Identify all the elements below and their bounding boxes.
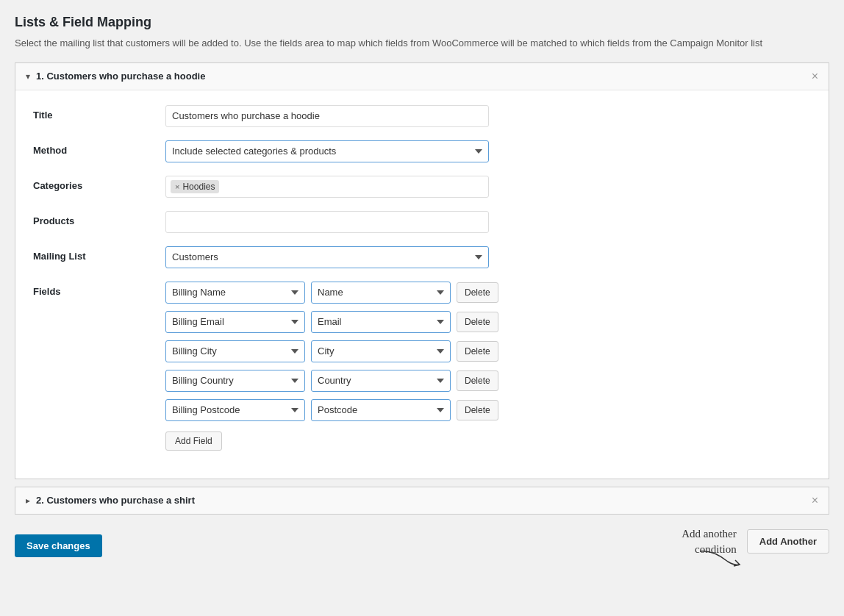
field-delete-button-4[interactable]: Delete (457, 370, 498, 391)
field-left-select-2[interactable]: Billing Email Billing Name Billing City … (165, 311, 305, 333)
title-label: Title (33, 105, 165, 121)
field-left-select-1[interactable]: Billing Name Billing Email Billing City … (165, 282, 305, 304)
fields-row: Fields Billing Name Billing Email Billin… (33, 282, 811, 451)
field-row-2: Billing Email Billing Name Billing City … (165, 311, 811, 333)
field-left-select-5[interactable]: Billing Postcode Billing Name Billing Em… (165, 399, 305, 421)
fields-label: Fields (33, 282, 165, 297)
condition-1-title: 1. Customers who purchase a hoodie (36, 71, 812, 82)
field-row-4: Billing Country Billing Name Billing Ema… (165, 370, 811, 392)
category-tag-label: Hoodies (182, 182, 215, 192)
products-field-wrap (165, 211, 811, 233)
categories-tag-input[interactable]: × Hoodies (165, 176, 489, 198)
condition-2-block: ▸ 2. Customers who purchase a shirt × (15, 487, 829, 515)
title-row: Title (33, 105, 811, 127)
field-right-select-2[interactable]: Email Name City Country Postcode (311, 311, 451, 333)
categories-label: Categories (33, 176, 165, 191)
toggle-collapse-icon: ▸ (26, 495, 30, 506)
condition-2-remove-button[interactable]: × (812, 495, 818, 506)
field-delete-button-5[interactable]: Delete (457, 400, 498, 420)
field-right-select-5[interactable]: Postcode Name Email City Country (311, 399, 451, 421)
method-field-wrap: Include selected categories & products E… (165, 140, 811, 162)
fields-mapping-wrap: Billing Name Billing Email Billing City … (165, 282, 811, 451)
condition-1-remove-button[interactable]: × (812, 71, 818, 82)
add-another-wrap: Add anothercondition Add Another (682, 526, 829, 557)
page-description: Select the mailing list that customers w… (15, 36, 829, 51)
field-right-select-4[interactable]: Country Name Email City Postcode (311, 370, 451, 392)
method-row: Method Include selected categories & pro… (33, 140, 811, 162)
condition-1-body: Title Method Include selected categories… (15, 90, 829, 479)
categories-field-wrap: × Hoodies (165, 176, 811, 198)
mailing-list-select[interactable]: Customers Subscribers VIP (165, 246, 489, 268)
products-input[interactable] (165, 211, 489, 233)
method-label: Method (33, 140, 165, 156)
title-input[interactable] (165, 105, 489, 127)
field-delete-button-2[interactable]: Delete (457, 312, 498, 332)
bottom-area: Save changes Add anothercondition Add An… (15, 526, 829, 557)
mailing-list-field-wrap: Customers Subscribers VIP (165, 246, 811, 268)
arrow-icon (698, 548, 743, 569)
field-left-select-3[interactable]: Billing City Billing Name Billing Email … (165, 340, 305, 362)
field-right-select-3[interactable]: City Name Email Country Postcode (311, 340, 451, 362)
mailing-list-label: Mailing List (33, 246, 165, 262)
category-tag-hoodies: × Hoodies (171, 180, 219, 193)
condition-2-title: 2. Customers who purchase a shirt (36, 495, 812, 506)
condition-1-header[interactable]: ▾ 1. Customers who purchase a hoodie × (15, 63, 829, 90)
add-another-button[interactable]: Add Another (747, 529, 829, 554)
method-select[interactable]: Include selected categories & products E… (165, 140, 489, 162)
field-delete-button-3[interactable]: Delete (457, 341, 498, 362)
title-field-wrap (165, 105, 811, 127)
products-label: Products (33, 211, 165, 226)
condition-1-block: ▾ 1. Customers who purchase a hoodie × T… (15, 62, 829, 479)
save-changes-button[interactable]: Save changes (15, 534, 102, 557)
field-delete-button-1[interactable]: Delete (457, 282, 498, 303)
field-row-5: Billing Postcode Billing Name Billing Em… (165, 399, 811, 421)
categories-row: Categories × Hoodies (33, 176, 811, 198)
condition-2-header[interactable]: ▸ 2. Customers who purchase a shirt × (15, 487, 829, 514)
field-row-1: Billing Name Billing Email Billing City … (165, 282, 811, 304)
field-right-select-1[interactable]: Name Email City Country Postcode (311, 282, 451, 304)
field-row-3: Billing City Billing Name Billing Email … (165, 340, 811, 362)
add-field-button[interactable]: Add Field (165, 431, 222, 451)
field-left-select-4[interactable]: Billing Country Billing Name Billing Ema… (165, 370, 305, 392)
toggle-expand-icon: ▾ (26, 71, 30, 82)
category-tag-remove[interactable]: × (175, 182, 179, 191)
page-title: Lists & Field Mapping (15, 15, 829, 30)
products-row: Products (33, 211, 811, 233)
mailing-list-row: Mailing List Customers Subscribers VIP (33, 246, 811, 268)
